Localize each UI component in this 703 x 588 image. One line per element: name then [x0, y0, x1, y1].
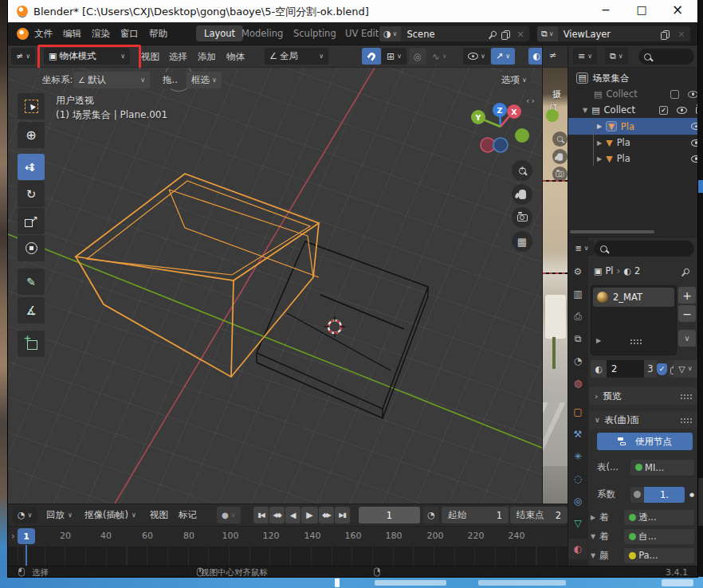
tab-physics[interactable]: ◌: [568, 468, 587, 489]
visibility-dropdown[interactable]: ∨: [463, 48, 490, 65]
editor-type-button[interactable]: ≠∨: [11, 48, 35, 65]
snap-with-dropdown[interactable]: ⊞∨: [382, 48, 406, 65]
timeline-track[interactable]: [8, 547, 568, 566]
panel-grip[interactable]: [680, 394, 692, 399]
tab-layout[interactable]: Layout: [196, 25, 243, 41]
exclude-checkbox[interactable]: [670, 90, 679, 99]
tab-constraints[interactable]: ◎: [568, 491, 587, 512]
tab-modeling[interactable]: Modeling: [242, 28, 283, 39]
menu-edit[interactable]: 编辑: [63, 28, 81, 40]
maximize-button[interactable]: □: [630, 3, 654, 19]
slot-remove-button[interactable]: −: [678, 305, 696, 322]
slot-specials-button[interactable]: ∨: [678, 330, 696, 347]
scene-name[interactable]: Scene: [401, 29, 490, 40]
tab-object-data[interactable]: ▽: [568, 513, 587, 534]
pan-nav-button[interactable]: [512, 184, 532, 205]
breadcrumb-object[interactable]: Pl: [605, 265, 613, 276]
outliner-search-field[interactable]: [638, 49, 694, 65]
ortho-toggle-button[interactable]: ▦: [512, 231, 532, 252]
timeline-markers-menu[interactable]: 标记: [179, 509, 197, 521]
drag-button[interactable]: 拖..: [158, 72, 183, 88]
timeline-editor-type-button[interactable]: ◔∨: [13, 507, 37, 523]
shader-select-button[interactable]: 透...: [624, 510, 694, 525]
strip-pan-button[interactable]: [552, 149, 568, 164]
outliner-display-mode-button[interactable]: ⧉∨: [605, 48, 628, 65]
title-bar[interactable]: Blender* [C:\Users\CXJ\Desktop\gong\baoy…: [8, 0, 697, 22]
strip-editor-icon[interactable]: ≠: [549, 50, 556, 61]
ruler-collapse-icon[interactable]: ›: [11, 531, 15, 542]
strip-gizmo-y-ball[interactable]: [546, 109, 559, 122]
new-scene-icon[interactable]: [504, 30, 510, 38]
factor-socket-button[interactable]: [630, 487, 644, 503]
breadcrumb-material[interactable]: 2: [634, 265, 681, 276]
minimize-button[interactable]: −: [594, 3, 618, 19]
tool-select-box[interactable]: ▶: [18, 93, 45, 120]
scene-type-button[interactable]: ◑ ∨: [379, 26, 401, 41]
orientation-dropdown[interactable]: ∠ 全局 ∨: [265, 48, 328, 65]
outliner-row-object-selected[interactable]: ▶ ▼ Pla: [568, 118, 697, 135]
menu-render[interactable]: 渲染: [92, 28, 110, 40]
props-search-field[interactable]: [594, 241, 694, 257]
outliner-row-scene-collection[interactable]: ▤ 场景集合: [568, 70, 697, 86]
auto-keyframe-clock-button[interactable]: ◔: [423, 507, 439, 523]
jump-to-end-button[interactable]: ▶▮: [335, 507, 350, 523]
tool-transform[interactable]: [18, 235, 45, 261]
tool-move[interactable]: ↔↕: [18, 154, 45, 180]
outliner-row-object[interactable]: ▶ ▼ Pla: [568, 135, 697, 151]
camera-view-button[interactable]: [512, 207, 532, 228]
tool-scale[interactable]: ↗: [18, 208, 45, 234]
current-frame-field[interactable]: 1: [359, 507, 420, 523]
menu-object[interactable]: 物体: [226, 51, 245, 63]
surface-panel-header[interactable]: ∨ 表(曲)面: [589, 411, 697, 429]
render-camera-icon[interactable]: [696, 107, 697, 114]
tab-object[interactable]: ▢: [568, 402, 587, 422]
blender-menu-icon[interactable]: [17, 28, 29, 40]
tool-add-cube[interactable]: +: [18, 331, 45, 357]
start-frame-field[interactable]: 起始 1: [442, 507, 509, 523]
preview-panel-header[interactable]: › 预览: [589, 387, 697, 405]
tab-view-layer[interactable]: ⧉: [568, 328, 587, 349]
link-funnel-dropdown[interactable]: ▽∨: [674, 360, 697, 378]
strip-zoom-button[interactable]: [552, 131, 568, 147]
tool-measure[interactable]: ∡: [18, 297, 45, 323]
panel-grip[interactable]: [680, 417, 692, 423]
material-slot-row[interactable]: 2_MAT: [593, 288, 674, 307]
options-dropdown[interactable]: 选项∨: [497, 72, 532, 88]
scene-close-icon[interactable]: ×: [516, 29, 524, 40]
use-nodes-button[interactable]: 使用节点: [597, 433, 693, 450]
users-count-button[interactable]: 3: [644, 360, 657, 378]
tab-output[interactable]: ⎙: [568, 306, 587, 327]
shader-select-button[interactable]: MI...: [630, 460, 694, 476]
viewlayer-name[interactable]: ViewLayer: [558, 29, 663, 40]
exclude-checkbox[interactable]: ✓: [659, 106, 668, 115]
hide-eye-icon[interactable]: [691, 123, 697, 130]
play-reverse-button[interactable]: ◀: [285, 507, 300, 523]
shader-select-button[interactable]: 自...: [624, 529, 694, 544]
menu-file[interactable]: 文件: [34, 28, 53, 40]
slot-list-expand-icon[interactable]: ▶: [596, 337, 601, 344]
box-select-dropdown[interactable]: 框选∨: [187, 72, 222, 88]
fake-user-shield-toggle[interactable]: ✓: [657, 363, 667, 375]
slot-add-button[interactable]: +: [678, 287, 696, 304]
tab-particles[interactable]: ✳: [568, 446, 587, 467]
pin-icon[interactable]: [490, 30, 498, 38]
strip-viewport[interactable]: 摄 (1: [542, 68, 568, 504]
zoom-nav-button[interactable]: [512, 160, 532, 181]
expand-icon[interactable]: ▶: [597, 155, 602, 163]
color-select-button[interactable]: Pa...: [624, 548, 694, 563]
timeline-view-menu[interactable]: 视图: [150, 509, 168, 521]
menu-window[interactable]: 窗口: [120, 28, 139, 40]
viewport-scene[interactable]: [8, 68, 542, 504]
tab-modifiers[interactable]: ⚒: [568, 424, 587, 445]
new-viewlayer-icon[interactable]: [663, 30, 670, 38]
browse-material-button[interactable]: ◐: [591, 360, 607, 378]
hide-eye-icon[interactable]: [691, 155, 697, 163]
coord-system-dropdown[interactable]: ∠ 默认 ∨: [73, 72, 150, 88]
viewlayer-type-button[interactable]: ⧉ ∨: [537, 26, 558, 41]
pin-icon[interactable]: [683, 267, 691, 275]
next-keyframe-button[interactable]: ◆▶: [319, 507, 334, 523]
close-button[interactable]: ×: [666, 2, 689, 19]
expand-icon[interactable]: ▼: [583, 107, 587, 114]
menu-select[interactable]: 选择: [169, 51, 187, 63]
end-frame-field[interactable]: 结束点 2: [510, 507, 568, 523]
